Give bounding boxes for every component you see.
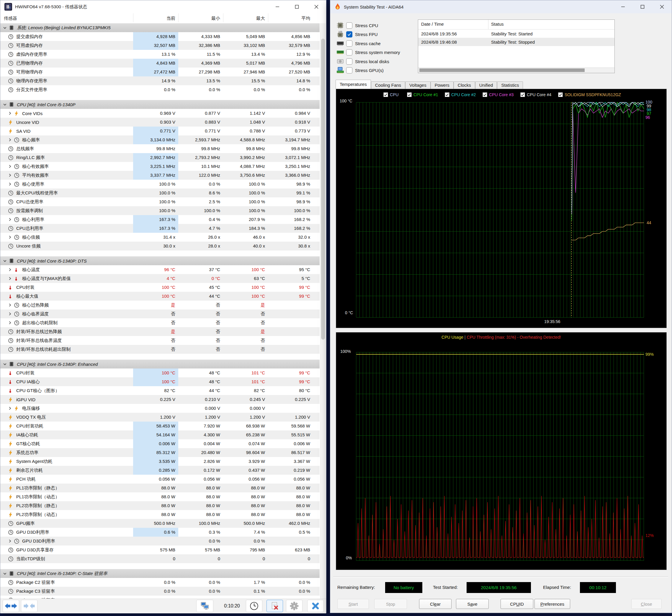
sensor-row[interactable]: 可用物理内存27,472 MB27,298 MB27,946 MB27,520 … xyxy=(0,68,319,76)
vertical-scrollbar[interactable] xyxy=(320,23,326,599)
maximize-icon[interactable] xyxy=(633,0,652,13)
chevron-right-icon[interactable] xyxy=(8,173,14,177)
sensor-section-header[interactable]: CPU [#0]: Intel Core i5-1340P: C-State 驻… xyxy=(0,569,319,578)
cpuid-button[interactable]: CPUID xyxy=(501,599,533,609)
sensor-row[interactable]: 核心温度96 °C37 °C100 °C95 °C xyxy=(0,265,319,274)
sensor-row[interactable]: CPU封装100 °C48 °C101 °C99 °C xyxy=(0,368,319,377)
sensor-row[interactable]: 平均有效频率3,337.7 MHz122.0 MHz3,750.6 MHz3,3… xyxy=(0,171,319,180)
sensor-section-header[interactable]: CPU [#0]: Intel Core i5-1340P xyxy=(0,100,319,109)
sensor-row[interactable]: SA VID0.771 V0.771 V0.788 V0.773 V xyxy=(0,127,319,135)
tab-temperatures[interactable]: Temperatures xyxy=(335,80,371,89)
chevron-right-icon[interactable] xyxy=(8,321,14,325)
chevron-down-icon[interactable] xyxy=(3,102,9,107)
sensor-row[interactable]: GPU频率500.0 MHz100.0 MHz500.0 MHz462.0 MH… xyxy=(0,519,319,528)
preferences-button[interactable]: Preferences xyxy=(535,599,570,609)
chevron-down-icon[interactable] xyxy=(3,362,9,366)
expand-columns-button[interactable] xyxy=(3,600,19,612)
sensor-row[interactable]: GT核心功耗0.006 W0.004 W0.074 W0.006 W xyxy=(0,439,319,448)
sensor-row[interactable]: Package C3 驻留率0.0 %0.0 %0.1 %0.0 % xyxy=(0,587,319,596)
tab-clocks[interactable]: Clocks xyxy=(454,81,475,89)
scrollbar-thumb[interactable] xyxy=(419,68,585,72)
chevron-down-icon[interactable] xyxy=(3,259,9,263)
sensor-row[interactable]: 封装/环形总线临界温度否否否 xyxy=(0,336,319,345)
legend-checkbox[interactable] xyxy=(520,92,525,97)
stress-checkbox[interactable] xyxy=(346,40,353,47)
clear-button[interactable]: Clear xyxy=(419,599,452,609)
sensor-row[interactable]: CPU总利用率167.3 %4.7 %184.3 %168.2 % xyxy=(0,224,319,233)
settings-gear-button[interactable] xyxy=(286,600,302,612)
close-icon[interactable] xyxy=(306,0,326,13)
sensor-row[interactable]: 核心温度与TjMAX的差值4 °C0 °C63 °C5 °C xyxy=(0,274,319,283)
sensor-row[interactable]: 系统总功率85.312 W20.480 W98.604 W86.517 W xyxy=(0,448,319,457)
legend-checkbox[interactable] xyxy=(558,92,563,97)
sensor-row[interactable]: 当前cTDP级别0000 xyxy=(0,554,319,563)
sensor-row[interactable]: CPU IA核心100 °C48 °C101 °C99 °C xyxy=(0,377,319,386)
sensor-row[interactable]: 核心使用率100.0 %0.0 %100.0 %98.9 % xyxy=(0,180,319,189)
stress-checkbox[interactable] xyxy=(346,49,353,55)
chevron-right-icon[interactable] xyxy=(8,539,14,543)
chevron-right-icon[interactable] xyxy=(8,276,14,281)
sensor-row[interactable]: PL2功率限制（动态）88.0 W88.0 W88.0 W88.0 W xyxy=(0,510,319,519)
sensor-row[interactable]: 核心过热降频是否是 xyxy=(0,301,319,309)
legend-checkbox[interactable] xyxy=(407,92,412,97)
sensor-row[interactable]: 封装/环形总线功耗超出限制否否否 xyxy=(0,345,319,354)
tab-powers[interactable]: Powers xyxy=(431,81,454,89)
sensor-row[interactable]: CPU GT核心（图形）82 °C44 °C82 °C80 °C xyxy=(0,386,319,395)
sensor-row[interactable]: Package C2 驻留率0.0 %0.0 %1.7 %0.0 % xyxy=(0,578,319,587)
logging-report-button[interactable] xyxy=(266,600,283,612)
column-max[interactable]: 最大 xyxy=(223,13,268,22)
sensor-row[interactable]: 电压偏移0.000 V0.000 V xyxy=(0,404,319,413)
chevron-right-icon[interactable] xyxy=(8,111,14,115)
sensor-row[interactable]: 超出核心功耗限制否否否 xyxy=(0,318,319,327)
column-sensor[interactable]: 传感器 xyxy=(0,13,133,23)
sensor-section-header[interactable]: CPU [#0]: Intel Core i5-1340P: Enhanced xyxy=(0,360,319,368)
sensor-row[interactable]: 虚拟内存使用率13.1 %11.5 %13.4 %12.9 % xyxy=(0,50,319,59)
sensor-row[interactable]: Ring/LLC 频率2,992.7 MHz2,793.2 MHz3,990.2… xyxy=(0,153,319,162)
sensor-row[interactable]: 封装/环形总线过热降频是否是 xyxy=(0,327,319,336)
sensor-row[interactable]: PCH 功耗0.056 W0.056 W0.056 W0.056 W xyxy=(0,475,319,484)
sensor-row[interactable]: 按需频率调制100.0 %100.0 %100.0 %100.0 % xyxy=(0,206,319,215)
sensor-row[interactable]: 核心最大值100 °C44 °C100 °C99 °C xyxy=(0,292,319,301)
sensor-row[interactable]: 可用虚拟内存32,507 MB32,386 MB33,102 MB32,579 … xyxy=(0,41,319,50)
stress-checkbox[interactable] xyxy=(346,58,353,65)
tab-statistics[interactable]: Statistics xyxy=(497,81,523,89)
chevron-right-icon[interactable] xyxy=(8,217,14,222)
chevron-right-icon[interactable] xyxy=(8,303,14,307)
stability-log-table[interactable]: Date / TimeStatus2024/6/8 19:35:56Stabil… xyxy=(418,19,615,73)
hwinfo-titlebar[interactable]: HWiNFO64 v7.68-5300 - 传感器状态 xyxy=(0,0,326,13)
sensor-row[interactable]: 分页文件使用率0.0 %0.0 %0.0 %0.0 % xyxy=(0,85,319,94)
sensor-row[interactable]: 核心有效频率3,225.1 MHz10.1 MHz4,088.7 MHz3,25… xyxy=(0,162,319,171)
chevron-down-icon[interactable] xyxy=(3,26,9,30)
sensor-row[interactable]: 最大CPU/线程使用率100.0 %8.6 %100.0 %99.1 % xyxy=(0,189,319,197)
sensor-row[interactable]: CPU总使用率100.0 %2.5 %100.0 %98.9 % xyxy=(0,197,319,206)
minimize-icon[interactable] xyxy=(613,0,633,13)
chevron-right-icon[interactable] xyxy=(8,182,14,186)
sensor-row[interactable]: System Agent功耗3.535 W2.826 W3.929 W3.367… xyxy=(0,457,319,466)
sensor-row[interactable]: CPU封装功耗58.453 W7.920 W68.938 W59.568 W xyxy=(0,422,319,430)
sensor-row[interactable]: Core VIDs0.969 V0.877 V1.142 V0.984 V xyxy=(0,109,319,118)
sensor-row[interactable]: PL2功率限制（静态）88.0 W88.0 W88.0 W88.0 W xyxy=(0,501,319,510)
sensor-row[interactable]: CPU封装100 °C45 °C100 °C99 °C xyxy=(0,283,319,292)
maximize-icon[interactable] xyxy=(287,0,306,13)
aida-titlebar[interactable]: System Stability Test - AIDA64 xyxy=(330,0,672,13)
tab-cooling-fans[interactable]: Cooling Fans xyxy=(371,81,405,89)
sensor-row[interactable]: GPU D3D利用率0.0 %0.0 % xyxy=(0,537,319,545)
log-horizontal-scrollbar[interactable] xyxy=(418,68,614,73)
chevron-right-icon[interactable] xyxy=(8,268,14,272)
sensor-row[interactable]: 核心频率3,134.0 MHz2,593.7 MHz4,588.8 MHz3,1… xyxy=(0,135,319,144)
sensor-row[interactable]: GPU D3D共享显存575 MB575 MB795 MB623 MB xyxy=(0,545,319,554)
column-current[interactable]: 当前 xyxy=(133,13,178,22)
sensor-row[interactable]: 物理内存使用率14.9 %13.5 %15.5 %14.8 % xyxy=(0,76,319,85)
sensor-row[interactable]: GPU D3D利用率0.6 %0.3 %7.4 %0.5 % xyxy=(0,528,319,537)
sensor-row[interactable]: 已用物理内存4,843 MB4,369 MB5,017 MB4,796 MB xyxy=(0,59,319,68)
chevron-right-icon[interactable] xyxy=(8,406,14,410)
sensor-section-header[interactable]: 系统: Lenovo (Beijing) Limited BYNUC13PMKI… xyxy=(0,23,319,32)
stress-checkbox[interactable] xyxy=(346,22,353,29)
sensor-row[interactable]: 提交虚拟内存4,928 MB4,333 MB5,049 MB4,856 MB xyxy=(0,32,319,41)
legend-checkbox[interactable] xyxy=(384,92,388,97)
chevron-right-icon[interactable] xyxy=(8,138,14,142)
sensor-row[interactable]: VDDQ TX 电压1.200 V1.200 V1.200 V1.200 V xyxy=(0,413,319,422)
close-icon[interactable] xyxy=(652,0,672,13)
tab-voltages[interactable]: Voltages xyxy=(405,81,431,89)
sensor-row[interactable]: 剩余芯片功耗0.285 W0.172 W0.437 W0.219 W xyxy=(0,466,319,475)
